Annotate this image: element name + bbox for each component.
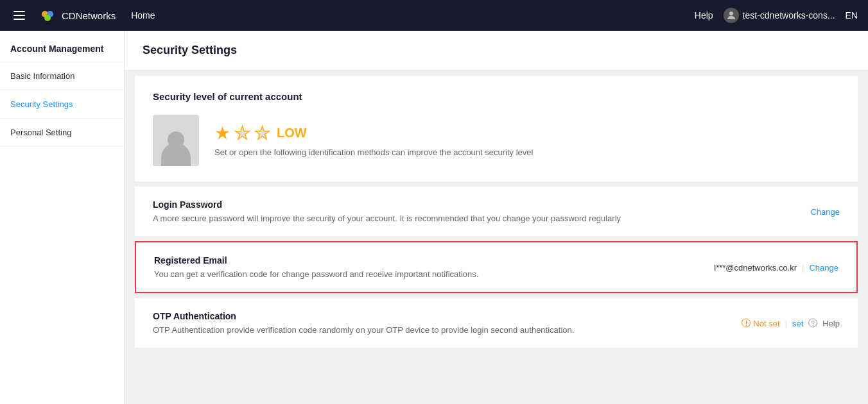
stars-row: ★ ★ ★ LOW	[214, 124, 533, 142]
sidebar-item-personal-setting[interactable]: Personal Setting	[0, 119, 124, 147]
topnav-right-section: Help test-cdnetworks-cons... EN	[695, 8, 858, 23]
registered-email-action: l***@cdnetworks.co.kr | Change	[714, 262, 838, 272]
user-name-label: test-cdnetworks-cons...	[743, 10, 835, 21]
login-password-section: Login Password A more secure password wi…	[135, 187, 858, 236]
login-password-title: Login Password	[153, 199, 840, 210]
security-level-label: LOW	[277, 126, 307, 140]
help-link[interactable]: Help	[695, 10, 713, 21]
security-info: ★ ★ ★ LOW Set or open the following iden…	[214, 124, 533, 157]
svg-rect-0	[13, 11, 25, 12]
sidebar-item-label: Personal Setting	[10, 128, 71, 137]
svg-rect-2	[13, 19, 25, 20]
otp-not-set-badge: ! Not set	[742, 318, 779, 328]
top-navigation: CDNetworks Home Help test-cdnetworks-con…	[0, 0, 868, 31]
login-password-action: Change	[810, 206, 840, 216]
logo: CDNetworks	[39, 6, 116, 24]
otp-help-label[interactable]: Help	[822, 318, 840, 328]
star-1: ★	[214, 124, 230, 142]
sidebar-item-security-settings[interactable]: Security Settings	[0, 90, 124, 119]
otp-separator1: |	[785, 318, 787, 328]
language-selector[interactable]: EN	[846, 10, 858, 21]
sidebar: Account Management Basic Information Sec…	[0, 31, 125, 404]
security-description: Set or open the following identification…	[214, 147, 533, 157]
user-avatar-placeholder	[153, 115, 199, 166]
warning-icon: !	[742, 319, 751, 328]
login-password-change-link[interactable]: Change	[810, 206, 840, 216]
security-level-title: Security level of current account	[153, 91, 840, 102]
svg-rect-1	[13, 15, 25, 16]
otp-action: ! Not set | set ? Help	[742, 318, 840, 328]
otp-authentication-section: OTP Authentication OTP Authentication pr…	[135, 298, 858, 348]
home-nav-item[interactable]: Home	[131, 10, 155, 21]
login-password-desc: A more secure password will improve the …	[153, 214, 840, 223]
user-menu[interactable]: test-cdnetworks-cons...	[724, 8, 835, 23]
user-avatar-icon	[724, 8, 739, 23]
svg-point-6	[44, 15, 51, 21]
otp-title: OTP Authentication	[153, 311, 840, 321]
sidebar-item-label: Basic Information	[10, 71, 74, 81]
otp-help-icon[interactable]: ?	[808, 319, 817, 328]
logo-text: CDNetworks	[62, 10, 116, 21]
sidebar-item-label: Security Settings	[10, 99, 73, 109]
otp-not-set-label: Not set	[753, 318, 779, 328]
email-separator: |	[802, 262, 804, 272]
registered-email-section: Registered Email You can get a verificat…	[135, 241, 858, 293]
sidebar-section-title: Account Management	[0, 31, 124, 62]
svg-point-7	[729, 12, 733, 15]
security-level-card: Security level of current account ★ ★ ★	[135, 76, 858, 181]
otp-set-link[interactable]: set	[792, 318, 803, 328]
registered-email-change-link[interactable]: Change	[809, 262, 838, 272]
sidebar-item-basic-info[interactable]: Basic Information	[0, 62, 124, 90]
security-level-content: ★ ★ ★ LOW Set or open the following iden…	[153, 115, 840, 166]
page-title: Security Settings	[125, 31, 868, 71]
content-area: Security Settings Security level of curr…	[125, 31, 868, 404]
star-2: ★	[234, 124, 250, 142]
star-3: ★	[254, 124, 270, 142]
otp-desc: OTP Authentication provide verification …	[153, 325, 840, 335]
registered-email-value: l***@cdnetworks.co.kr	[714, 262, 797, 272]
main-layout: Account Management Basic Information Sec…	[0, 31, 868, 404]
hamburger-menu-button[interactable]	[10, 6, 28, 24]
